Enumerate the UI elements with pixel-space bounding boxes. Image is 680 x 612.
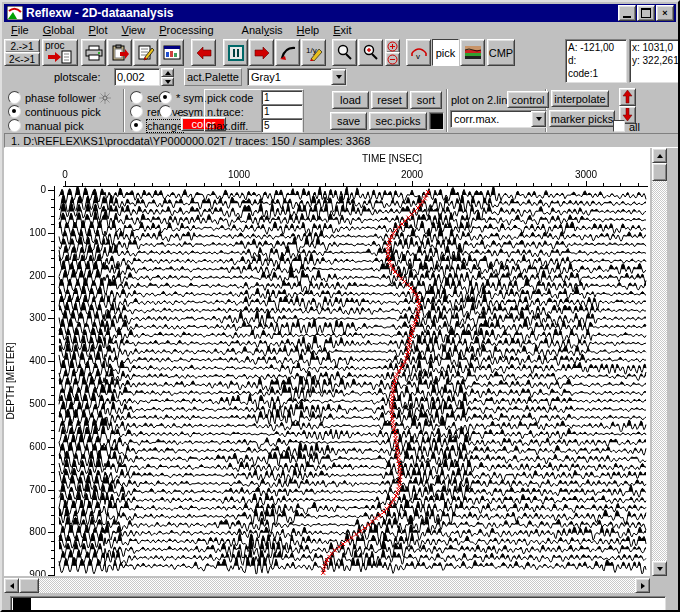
radio-icon[interactable] <box>159 105 172 118</box>
zoom-icon <box>336 44 353 61</box>
pause-button[interactable] <box>223 39 248 66</box>
cursor-position-box: x: 1031,0 y: 322,261 <box>629 39 680 83</box>
radio-option[interactable]: manual pick <box>8 119 111 132</box>
clipboard-icon <box>111 44 129 61</box>
pick-tool-button[interactable] <box>275 39 300 66</box>
layer-show-button[interactable] <box>460 39 485 66</box>
menu-file[interactable]: File <box>4 23 36 37</box>
pick-fields-panel: pick coden.trace:max.diff. <box>204 89 304 132</box>
pick-up-button[interactable] <box>619 88 636 106</box>
seismic-plot-canvas[interactable] <box>4 148 650 576</box>
menu-global[interactable]: Global <box>36 23 82 37</box>
minimize-icon <box>623 16 631 18</box>
overview-strip <box>10 596 666 612</box>
plotscale-spinner <box>161 68 174 86</box>
symmetry-group: * sym.- sym. <box>159 90 207 119</box>
field-input[interactable] <box>261 90 303 105</box>
menu-exit[interactable]: Exit <box>326 23 358 37</box>
print-button[interactable] <box>81 39 106 66</box>
radio-option[interactable]: continuous pick <box>8 105 111 118</box>
menu-processing[interactable]: Processing <box>152 23 220 37</box>
scroll-left-button[interactable] <box>4 578 19 593</box>
field-value[interactable] <box>262 92 302 103</box>
layers-icon <box>464 45 482 60</box>
spinner-down-button[interactable] <box>161 77 174 86</box>
menu-view[interactable]: View <box>115 23 153 37</box>
zoom-minus-button[interactable] <box>385 52 400 66</box>
scroll-right-button[interactable] <box>635 578 650 593</box>
menu-bar: File Global Plot View Processing Analysi… <box>4 22 680 38</box>
field-input[interactable] <box>261 118 303 133</box>
horizontal-scroll-thumb[interactable] <box>19 578 39 593</box>
cmp-button[interactable]: CMP <box>487 39 515 66</box>
radio-label: change <box>147 120 183 132</box>
maximize-button[interactable] <box>637 5 655 21</box>
printer-icon <box>85 45 103 61</box>
cursor-x-value: x: 1031,0 <box>632 41 677 54</box>
zoom-in-button[interactable] <box>358 39 383 66</box>
minimize-button[interactable] <box>618 5 636 21</box>
radio-icon[interactable] <box>8 91 21 104</box>
radio-option[interactable]: phase follower <box>8 91 111 104</box>
swap-2and1-button[interactable]: 2<->1 <box>4 52 40 66</box>
radio-icon[interactable] <box>159 91 172 104</box>
close-button[interactable]: × <box>656 5 674 21</box>
window-display-button[interactable] <box>159 39 184 66</box>
pick-color-swatch[interactable] <box>429 112 444 130</box>
plotscale-input[interactable] <box>114 68 160 86</box>
arrow-right-icon <box>254 46 270 60</box>
radio-icon[interactable] <box>8 119 21 132</box>
menu-plot[interactable]: Plot <box>82 23 115 37</box>
horizontal-scrollbar[interactable] <box>4 578 650 593</box>
reset-button[interactable]: reset <box>371 91 408 109</box>
interpolate-button[interactable]: interpolate <box>551 90 609 107</box>
menu-analysis[interactable]: Analysis <box>235 23 290 37</box>
scroll-up-button[interactable] <box>652 148 667 163</box>
palette-dropdown-button[interactable] <box>331 69 346 85</box>
sec-picks-button[interactable]: sec.picks <box>369 112 427 130</box>
radio-icon[interactable] <box>130 105 143 118</box>
one-over-y-button[interactable]: 1/y <box>301 39 326 66</box>
seismic-plot-area[interactable] <box>4 148 650 576</box>
field-input[interactable] <box>261 104 303 119</box>
close-icon: × <box>662 8 667 18</box>
radio-icon[interactable] <box>8 105 21 118</box>
field-value[interactable] <box>262 106 302 117</box>
plotscale-value[interactable] <box>115 71 159 83</box>
edit-notepad-icon <box>137 44 155 61</box>
palette-dropdown[interactable]: Gray1 <box>247 68 347 86</box>
scroll-down-button[interactable] <box>652 561 667 576</box>
vertical-scrollbar[interactable] <box>652 148 667 576</box>
velocity-button[interactable]: v <box>406 39 431 66</box>
radio-icon[interactable] <box>130 91 143 104</box>
scroll-down-icon <box>657 567 663 571</box>
scroll-left-icon <box>10 583 14 589</box>
vertical-scroll-thumb[interactable] <box>652 163 667 181</box>
menu-help[interactable]: Help <box>290 23 327 37</box>
zoom-plus-button[interactable] <box>385 39 400 53</box>
radio-option[interactable]: * sym. <box>159 91 207 104</box>
save-button[interactable]: save <box>330 112 367 130</box>
correlation-dropdown-button[interactable] <box>531 111 546 127</box>
control-button[interactable]: control <box>507 91 549 108</box>
previous-button[interactable] <box>191 39 216 66</box>
edit-button[interactable] <box>133 39 158 66</box>
proc-button[interactable]: proc <box>42 39 78 66</box>
marker-picks-button[interactable]: marker picks <box>549 110 615 127</box>
next-button[interactable] <box>249 39 274 66</box>
spinner-up-button[interactable] <box>161 68 174 77</box>
radio-option[interactable]: change <box>130 119 184 132</box>
correlation-value: corr.max. <box>451 113 499 125</box>
correlation-dropdown[interactable]: corr.max. <box>450 110 547 128</box>
radio-icon[interactable] <box>130 119 143 132</box>
zoom-button[interactable] <box>332 39 357 66</box>
load-button[interactable]: load <box>332 91 369 109</box>
arrow-left-icon <box>196 46 212 60</box>
pick-mode-button[interactable]: pick <box>432 39 459 66</box>
all-checkbox[interactable] <box>613 120 625 132</box>
act-palette-button[interactable]: act.Palette <box>184 68 242 86</box>
swap-2to1-button[interactable]: 2.->1 <box>4 39 40 53</box>
copy-to-clipboard-button[interactable] <box>107 39 132 66</box>
field-value[interactable] <box>262 120 302 131</box>
sort-button[interactable]: sort <box>410 91 442 109</box>
